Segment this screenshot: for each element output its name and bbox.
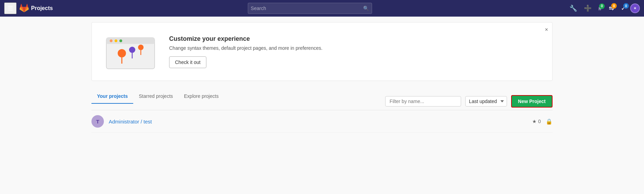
svg-point-2: [110, 39, 113, 42]
project-name[interactable]: Administrator / test: [109, 119, 152, 124]
tab-starred-projects[interactable]: Starred projects: [133, 89, 178, 104]
projects-section: Your projects Starred projects Explore p…: [91, 89, 553, 133]
todo-badge: 0: [623, 3, 629, 9]
svg-point-5: [118, 49, 126, 57]
svg-point-3: [115, 39, 117, 42]
svg-point-4: [119, 39, 122, 42]
banner-text: Customize your experience Change syntax …: [169, 35, 322, 68]
nav-actions: 🔧 ➕ # 0 ⇋ 0 ✓ 0 ✶: [567, 3, 640, 13]
filter-input[interactable]: [385, 96, 461, 107]
svg-rect-1: [106, 38, 155, 44]
star-count: ★ 0: [532, 119, 541, 124]
main-content: × Customize your experience Change synta…: [80, 17, 564, 138]
tab-explore-projects[interactable]: Explore projects: [178, 89, 224, 104]
search-input[interactable]: [251, 6, 363, 11]
plus-button[interactable]: ➕: [581, 3, 594, 13]
project-meta: ★ 0 🔒: [532, 118, 553, 125]
nav-title: Projects: [31, 5, 53, 11]
customize-banner: × Customize your experience Change synta…: [91, 22, 553, 81]
banner-title: Customize your experience: [169, 35, 322, 43]
search-icon: 🔍: [363, 6, 369, 11]
sort-select[interactable]: Last updated Name Created date: [465, 96, 507, 107]
star-icon: ★: [532, 119, 537, 124]
svg-point-9: [138, 45, 144, 50]
search-box: 🔍: [248, 3, 372, 14]
issues-button[interactable]: # 0: [596, 3, 605, 13]
check-it-out-button[interactable]: Check it out: [169, 56, 206, 68]
hamburger-button[interactable]: ☰: [4, 2, 17, 14]
banner-illustration: [103, 31, 158, 72]
gitlab-logo-icon: [19, 3, 29, 13]
navbar: ☰ Projects 🔍 🔧 ➕ # 0 ⇋: [0, 0, 644, 17]
todo-button[interactable]: ✓ 0: [618, 3, 629, 13]
project-avatar: T: [91, 115, 104, 128]
issues-badge: 0: [599, 3, 605, 9]
search-wrapper: 🔍: [56, 3, 564, 14]
table-row: T Administrator / test ★ 0 🔒: [91, 110, 553, 133]
banner-description: Change syntax themes, default project pa…: [169, 45, 322, 51]
lock-icon: 🔒: [546, 118, 553, 125]
tab-actions: Last updated Name Created date New Proje…: [385, 95, 553, 110]
tabs-nav: Your projects Starred projects Explore p…: [91, 89, 224, 103]
svg-point-7: [129, 47, 135, 53]
banner-close-button[interactable]: ×: [545, 27, 548, 33]
merge-requests-button[interactable]: ⇋ 0: [606, 3, 617, 13]
mr-badge: 0: [611, 3, 617, 9]
tab-your-projects[interactable]: Your projects: [91, 89, 133, 104]
nav-logo[interactable]: Projects: [19, 3, 53, 13]
wrench-button[interactable]: 🔧: [567, 3, 580, 13]
project-list: T Administrator / test ★ 0 🔒: [91, 110, 553, 133]
new-project-button[interactable]: New Project: [511, 95, 553, 108]
user-avatar[interactable]: ✶: [630, 3, 640, 13]
